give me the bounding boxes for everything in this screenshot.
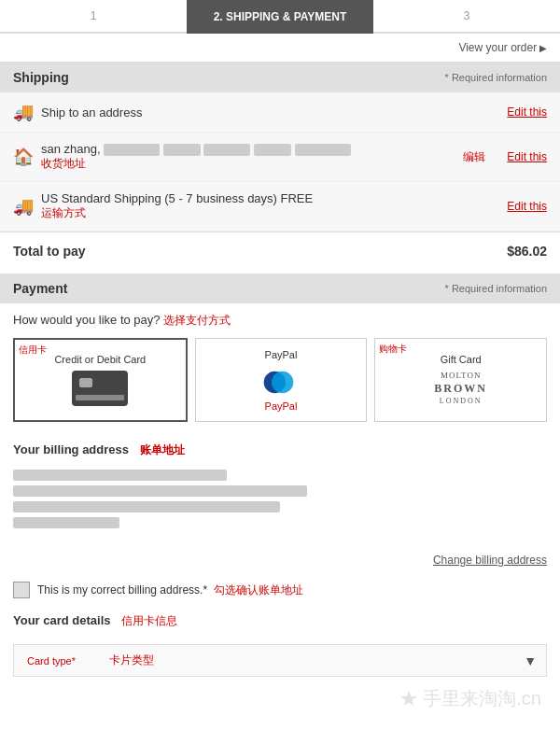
card-type-row[interactable]: Card type* 卡片类型 ▼ [13, 644, 547, 677]
card-chip [79, 378, 92, 387]
confirm-billing-annotation: 勾选确认账单地址 [214, 583, 303, 597]
address-line-3 [13, 501, 280, 512]
payment-options: 信用卡 Credit or Debit Card PayPal PayPal 购… [0, 338, 560, 433]
edit-ship-to-address-link[interactable]: Edit this [507, 105, 547, 119]
billing-address-section: Your billing address 账单地址 [0, 433, 560, 550]
edit-shipping-method-link[interactable]: Edit this [507, 200, 547, 213]
shipping-method-text: US Standard Shipping (5 - 7 business day… [41, 191, 472, 205]
billing-address-box [13, 466, 547, 540]
choose-payment-label: 选择支付方式 [163, 314, 231, 327]
total-value: $86.02 [507, 244, 547, 259]
correct-billing-checkbox[interactable] [13, 582, 30, 598]
total-to-pay-row: Total to pay $86.02 [0, 232, 560, 270]
payment-required-info: * Required information [445, 283, 547, 294]
paypal-title: PayPal [265, 349, 298, 360]
card-type-dropdown-icon[interactable]: ▼ [524, 653, 537, 668]
payment-title: Payment [13, 281, 67, 296]
credit-card-visual [72, 371, 128, 406]
address-annotation: 编辑 [463, 149, 485, 165]
steps-bar: 1 2. SHIPPING & PAYMENT 3 [0, 0, 560, 34]
address-line-1 [13, 470, 227, 481]
card-type-label: Card type* [27, 653, 102, 667]
view-order-link[interactable]: View your order [458, 41, 547, 54]
address-name-text: san zhang, [41, 142, 472, 156]
giftcard-title: Gift Card [441, 354, 482, 365]
address-line-2 [13, 485, 307, 497]
payment-section-header: Payment * Required information [0, 274, 560, 303]
truck-icon: 🚚 [13, 102, 41, 122]
correct-billing-row: This is my correct billing address.* 勾选确… [0, 574, 560, 606]
address-line-4 [13, 517, 119, 528]
view-order-bar: View your order [0, 34, 560, 63]
payment-option-giftcard[interactable]: 购物卡 Gift Card MOLTON BROWN LONDON [374, 338, 547, 422]
shipping-truck-icon: 🚚 [13, 196, 41, 217]
card-type-value: 卡片类型 [109, 653, 154, 668]
credit-badge: 信用卡 [19, 344, 47, 357]
shipping-method-label: 运输方式 [41, 205, 472, 221]
payment-option-paypal[interactable]: PayPal PayPal [195, 338, 368, 422]
step-2[interactable]: 2. SHIPPING & PAYMENT [187, 0, 373, 34]
paypal-badge: PayPal [265, 400, 298, 412]
svg-point-1 [272, 371, 293, 392]
giftcard-badge: 购物卡 [379, 343, 407, 356]
shipping-row-ship-to-address: 🚚 Ship to an address Edit this [0, 92, 560, 133]
total-label: Total to pay [13, 244, 86, 259]
change-billing-address-link[interactable]: Change billing address [0, 550, 560, 574]
payment-option-credit[interactable]: 信用卡 Credit or Debit Card [13, 338, 188, 422]
credit-title: Credit or Debit Card [54, 354, 146, 365]
correct-billing-label: This is my correct billing address.* 勾选确… [37, 583, 303, 598]
card-details-section: Your card details 信用卡信息 [0, 606, 560, 637]
step-3[interactable]: 3 [373, 0, 560, 34]
card-info-annotation: 信用卡信息 [121, 614, 177, 627]
shipping-title: Shipping [13, 70, 69, 85]
molton-brown-logo: MOLTON BROWN LONDON [434, 371, 487, 406]
shipping-row-method: 🚚 US Standard Shipping (5 - 7 business d… [0, 182, 560, 232]
billing-address-title: Your billing address 账单地址 [13, 442, 547, 458]
home-icon: 🏠 [13, 147, 41, 167]
edit-address-link[interactable]: Edit this [507, 150, 547, 163]
shipping-section-header: Shipping * Required information [0, 63, 560, 92]
step-1[interactable]: 1 [0, 0, 187, 34]
address-sub-label: 收货地址 [41, 156, 472, 172]
shipping-required-info: * Required information [445, 72, 547, 83]
card-details-title: Your card details [13, 613, 114, 627]
paypal-icon [258, 366, 304, 399]
payment-question: How would you like to pay? 选择支付方式 [0, 303, 560, 338]
shipping-row-address: 🏠 san zhang, 收货地址 编辑 Edit this [0, 133, 560, 182]
billing-address-label: 账单地址 [140, 443, 185, 456]
card-stripe [76, 395, 124, 400]
ship-to-address-text: Ship to an address [41, 105, 472, 119]
